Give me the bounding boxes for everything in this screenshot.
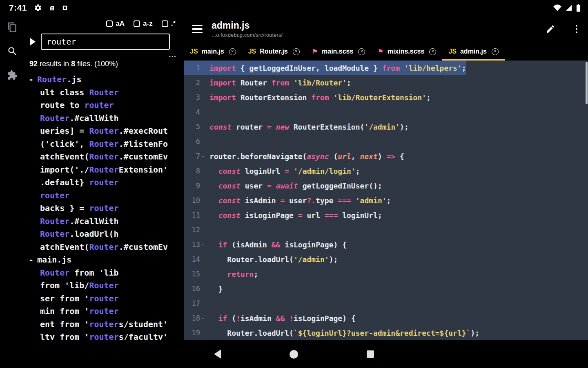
token: ;: [387, 196, 391, 205]
toggle-replace-button[interactable]: [30, 38, 36, 45]
code-line[interactable]: 5const router = new RouterExtension('/ad…: [184, 119, 588, 134]
token: [236, 93, 241, 102]
edit-pencil-icon[interactable]: [546, 24, 555, 34]
result-match-row[interactable]: ent from 'routers/student': [24, 318, 184, 331]
tab-main.scss[interactable]: ⚑main.scss×: [306, 43, 372, 61]
files-icon[interactable]: [7, 22, 18, 33]
result-match-row[interactable]: ult class Router: [24, 86, 184, 99]
regex-checkbox[interactable]: [162, 20, 168, 27]
file-path: ...o.foxdebug.com/src/routers/: [212, 32, 283, 38]
regex-option[interactable]: .*: [162, 20, 176, 28]
code-line[interactable]: 4: [184, 105, 588, 119]
match-highlight: Router: [40, 113, 69, 123]
tab-close-icon[interactable]: ×: [229, 48, 236, 55]
tab-close-icon[interactable]: ×: [429, 48, 436, 55]
code-line[interactable]: 6: [184, 134, 588, 149]
token: ===: [338, 196, 351, 205]
code-line[interactable]: 3import RouterExtension from 'lib/Router…: [184, 90, 588, 105]
tab-admin.js[interactable]: JSadmin.js×: [442, 43, 504, 61]
collapse-indicator[interactable]: -: [29, 73, 33, 86]
token: RouterExtension: [294, 123, 360, 131]
code-line[interactable]: 2import Router from 'lib/Router';: [184, 75, 588, 90]
tab-bar: JSmain.js×JSRouter.js×⚑main.scss×⚑mixins…: [184, 43, 588, 61]
tab-Router.js[interactable]: JSRouter.js×: [242, 43, 306, 61]
match-case-option[interactable]: aA: [106, 20, 125, 28]
token: {: [236, 64, 249, 72]
overflow-menu-icon[interactable]: [574, 23, 579, 35]
result-match-row[interactable]: backs } = router: [24, 202, 184, 215]
result-match-row[interactable]: min from 'router: [24, 305, 184, 318]
collapse-indicator[interactable]: -: [29, 254, 33, 267]
code-line[interactable]: 17: [184, 296, 588, 311]
line-number: 12: [184, 222, 200, 237]
code-line[interactable]: 13- if (isAdmin && isLoginPage) {: [184, 237, 588, 252]
match-case-checkbox[interactable]: [106, 20, 113, 27]
result-match-row[interactable]: .default} router: [24, 176, 184, 189]
code-line[interactable]: 16 }: [184, 281, 588, 296]
result-file-row[interactable]: -main.js: [24, 254, 184, 267]
tab-mixins.scss[interactable]: ⚑mixins.scss×: [371, 43, 442, 61]
result-match-row[interactable]: ser from 'router: [24, 292, 184, 305]
code-line[interactable]: 15 return;: [184, 267, 588, 281]
token: ;: [462, 64, 466, 72]
menu-icon[interactable]: [190, 23, 204, 35]
fold-indicator[interactable]: -: [200, 311, 205, 325]
fold-indicator[interactable]: -: [200, 237, 205, 252]
tab-close-icon[interactable]: ×: [492, 48, 499, 55]
result-match-row[interactable]: router: [24, 189, 184, 202]
search-icon[interactable]: [7, 46, 18, 57]
code-line[interactable]: 8 const loginUrl = '/admin/login';: [184, 164, 588, 178]
code-area[interactable]: 1import { getLoggedInUser, loadModule } …: [184, 61, 588, 340]
results-summary: 92 results in 8 files. (100%): [24, 60, 184, 68]
result-match-row[interactable]: atchEvent(Router.#customEv: [24, 150, 184, 164]
home-button[interactable]: [290, 350, 298, 359]
search-input[interactable]: [41, 34, 170, 50]
token: =: [267, 123, 272, 131]
editor-scrollbar[interactable]: [586, 62, 588, 104]
token: (: [227, 314, 236, 323]
result-match-row[interactable]: Router from 'lib: [24, 267, 184, 280]
match-highlight: Router: [89, 139, 118, 149]
result-text: .#listenFo: [119, 139, 168, 149]
tab-close-icon[interactable]: ×: [293, 48, 300, 55]
result-match-row[interactable]: Router.loadUrl(h: [24, 228, 184, 241]
code-line[interactable]: 18- if (!isAdmin && !isLoginPage) {: [184, 311, 588, 325]
token: =: [267, 182, 272, 190]
js-file-icon: JS: [190, 48, 198, 55]
recents-button[interactable]: [367, 350, 374, 358]
back-button[interactable]: [214, 350, 221, 359]
more-options-button[interactable]: ...: [24, 52, 184, 58]
code-line[interactable]: 12: [184, 222, 588, 237]
token: ;: [356, 167, 360, 175]
code-line[interactable]: 10 const isAdmin = user?.type === 'admin…: [184, 193, 588, 208]
code-line[interactable]: 19 Router.loadUrl(`${loginUrl}?user-admi…: [184, 325, 588, 340]
token: [267, 79, 272, 87]
fold-gutter: [200, 325, 205, 340]
code-line[interactable]: 7-router.beforeNavigate(async (url, next…: [184, 149, 588, 164]
tab-main.js[interactable]: JSmain.js×: [184, 43, 242, 61]
token: !: [289, 314, 294, 323]
result-match-row[interactable]: route to router: [24, 99, 184, 112]
result-file-row[interactable]: -Router.js: [24, 73, 184, 86]
result-match-row[interactable]: ueries] = Router.#execRout: [24, 125, 184, 138]
tab-close-icon[interactable]: ×: [358, 48, 365, 55]
result-match-row[interactable]: import('./RouterExtension': [24, 164, 184, 177]
result-match-row[interactable]: ('click', Router.#listenFo: [24, 138, 184, 151]
token: [280, 167, 285, 175]
result-match-row[interactable]: Router.#callWith: [24, 215, 184, 228]
code-line[interactable]: 11 const isLoginPage = url === loginUrl;: [184, 208, 588, 222]
result-match-row[interactable]: Router.#callWith: [24, 112, 184, 125]
result-match-row[interactable]: atchEvent(Router.#customEv: [24, 241, 184, 254]
whole-word-option[interactable]: a-z: [134, 20, 153, 28]
result-text: .#customEv: [119, 152, 168, 162]
extensions-icon[interactable]: [7, 70, 18, 81]
whole-word-checkbox[interactable]: [134, 20, 140, 27]
result-match-row[interactable]: from 'lib/Router: [24, 279, 184, 292]
fold-indicator[interactable]: -: [200, 149, 205, 164]
code-line[interactable]: 9 const user = await getLoggedInUser();: [184, 178, 588, 193]
code-line[interactable]: 14 Router.loadUrl('/admin');: [184, 252, 588, 267]
code-line[interactable]: 1import { getLoggedInUser, loadModule } …: [184, 61, 588, 75]
fold-gutter: [200, 222, 205, 237]
result-match-row[interactable]: lty from 'routers/faculty': [24, 331, 184, 340]
code-text: if (isAdmin && isLoginPage) {: [205, 237, 347, 252]
